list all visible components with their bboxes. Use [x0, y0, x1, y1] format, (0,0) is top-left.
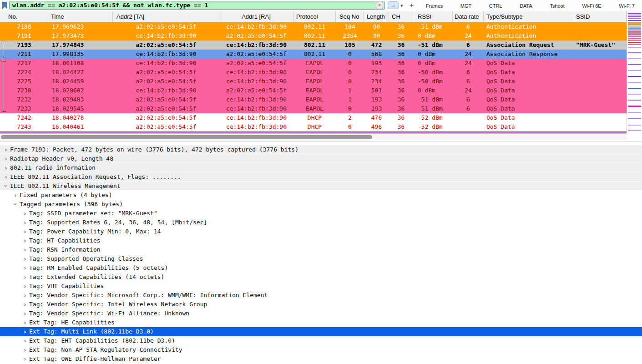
collapse-icon[interactable]: ›	[11, 201, 20, 207]
detail-row[interactable]: ›Tag: Vendor Specific: Microsoft Corp.: …	[0, 291, 642, 300]
filter-shortcut-data[interactable]: DATA	[520, 3, 532, 9]
expand-icon[interactable]: ›	[22, 300, 28, 309]
detail-row[interactable]: ›Ext Tag: Non-AP STA Regulatory Connecti…	[0, 345, 642, 354]
detail-row[interactable]: ›Tag: Power Capability Min: 0, Max: 14	[0, 227, 642, 236]
detail-row[interactable]: ›Tag: Extended Capabilities (14 octets)	[0, 273, 642, 282]
apply-filter-button[interactable]: →	[388, 1, 399, 9]
detail-row[interactable]: ›Radiotap Header v0, Length 48	[0, 154, 642, 163]
column-header-seq-no[interactable]: Seq No	[336, 11, 364, 22]
cell-time: 17.974843	[48, 40, 113, 50]
expand-icon[interactable]: ›	[22, 254, 28, 263]
packet-row-7191[interactable]: 719117.973473ce:14:b2:fb:3d:90a2:02:a5:e…	[0, 31, 627, 40]
detail-row[interactable]: ›Ext Tag: OWE Diffie-Hellman Parameter	[0, 354, 642, 364]
filter-shortcut-wi-fi-7[interactable]: Wi-Fi 7	[619, 3, 635, 9]
column-header-length[interactable]: Length	[364, 11, 389, 22]
filter-bookmark-icon[interactable]	[2, 2, 7, 9]
column-header-rssi[interactable]: RSSI	[413, 11, 453, 22]
detail-row[interactable]: ›Tag: Vendor Specific: Wi-Fi Alliance: U…	[0, 309, 642, 318]
detail-row[interactable]: ›IEEE 802.11 Association Request, Flags:…	[0, 172, 642, 182]
detail-row[interactable]: ›Tag: SSID parameter set: "MRK-Guest"	[0, 209, 642, 218]
expand-icon[interactable]: ›	[22, 227, 28, 236]
detail-row[interactable]: ›Ext Tag: HE Capabilities	[0, 318, 642, 327]
expand-icon[interactable]: ›	[3, 163, 9, 172]
filter-shortcut-ctrl[interactable]: CTRL	[489, 3, 502, 9]
detail-row[interactable]: ›IEEE 802.11 Wireless Management	[0, 182, 642, 191]
expand-icon[interactable]: ›	[22, 336, 28, 345]
expand-icon[interactable]: ›	[22, 273, 28, 282]
filter-shortcut-mgt[interactable]: MGT	[460, 3, 471, 9]
column-header-addr2-ta[interactable]: Addr2 [TA]	[113, 11, 219, 22]
filter-shortcut-tshoot[interactable]: Tshoot	[550, 3, 564, 9]
expand-icon[interactable]: ›	[3, 154, 9, 163]
expand-icon[interactable]: ›	[22, 245, 28, 254]
cell-addr2-ta: ce:14:b2:fb:3d:90	[113, 31, 219, 40]
detail-row[interactable]: ›Tag: HT Capabilities	[0, 236, 642, 245]
cell-ch: 36	[389, 113, 413, 122]
column-header-type-subtype[interactable]: Type/Subtype	[484, 11, 573, 22]
expand-icon[interactable]: ›	[22, 291, 28, 300]
detail-row[interactable]: ›Tag: Vendor Specific: Intel Wireless Ne…	[0, 300, 642, 309]
detail-row-selected[interactable]: ›Ext Tag: Multi-Link (802.11be D3.0)	[0, 327, 642, 336]
cell-data-rate: 6	[453, 77, 484, 86]
packet-row-7233[interactable]: 723318.029545a2:02:a5:e0:54:5fce:14:b2:f…	[0, 104, 627, 113]
packet-list-minimap[interactable]	[627, 11, 642, 133]
cell-seq-no: 1	[336, 95, 364, 104]
expand-icon[interactable]: ›	[22, 327, 28, 336]
clear-filter-icon[interactable]: ×	[376, 2, 383, 9]
detail-row[interactable]: ›Tag: Supported Rates 6, 24, 36, 48, 54,…	[0, 218, 642, 227]
detail-row[interactable]: ›Tagged parameters (396 bytes)	[0, 200, 642, 209]
detail-row[interactable]: ›Tag: RM Enabled Capabilities (5 octets)	[0, 263, 642, 273]
column-header-addr1-ra[interactable]: Addr1 [RA]	[219, 11, 293, 22]
detail-row[interactable]: ›Fixed parameters (4 bytes)	[0, 191, 642, 200]
expand-icon[interactable]: ›	[22, 263, 28, 273]
horizontal-scrollbar[interactable]	[0, 133, 627, 141]
expand-icon[interactable]: ›	[12, 191, 19, 200]
filter-shortcut-frames[interactable]: Frames	[426, 3, 443, 9]
detail-row[interactable]: ›Tag: VHT Capabilities	[0, 282, 642, 291]
cell-time: 18.029545	[48, 104, 113, 113]
detail-row[interactable]: ›Frame 7193: Packet, 472 bytes on wire (…	[0, 145, 642, 154]
packet-row-7193-selected[interactable]: 719317.974843a2:02:a5:e0:54:5fce:14:b2:f…	[0, 40, 627, 50]
packet-row-7242[interactable]: 724218.040278a2:02:a5:e0:54:5fce:14:b2:f…	[0, 113, 627, 122]
add-filter-button[interactable]: +	[409, 0, 414, 10]
column-header-data-rate[interactable]: Data rate	[453, 11, 484, 22]
expand-icon[interactable]: ›	[22, 282, 28, 291]
cell-no: 7191	[0, 31, 48, 40]
column-header-protocol[interactable]: Protocol	[293, 11, 336, 22]
cell-data-rate	[453, 113, 484, 122]
collapse-icon[interactable]: ›	[1, 183, 10, 189]
display-filter-input[interactable]: wlan.addr == a2:02:a5:e0:54:5f && not wl…	[9, 1, 385, 10]
column-header-no[interactable]: No.	[0, 11, 48, 22]
cell-length: 234	[364, 68, 389, 77]
packet-row-7217[interactable]: 721718.001108ce:14:b2:fb:3d:90a2:02:a5:e…	[0, 59, 627, 68]
expand-icon[interactable]: ›	[22, 236, 28, 245]
detail-row[interactable]: ›802.11 radio information	[0, 163, 642, 172]
expand-icon[interactable]: ›	[22, 209, 28, 218]
column-header-time[interactable]: Time	[48, 11, 113, 22]
packet-row-7232[interactable]: 723218.029483a2:02:a5:e0:54:5fce:14:b2:f…	[0, 95, 627, 104]
column-header-ssid[interactable]: SSID	[573, 11, 627, 22]
horizontal-scrollbar-thumb[interactable]	[1, 135, 372, 139]
detail-row[interactable]: ›Tag: Supported Operating Classes	[0, 254, 642, 263]
expand-icon[interactable]: ›	[22, 318, 28, 327]
packet-row-7211[interactable]: 721117.998135ce:14:b2:fb:3d:90a2:02:a5:e…	[0, 50, 627, 59]
minimap-segment	[628, 38, 641, 39]
filter-dropdown-icon[interactable]: ▾	[400, 2, 403, 9]
cell-data-rate: 24	[453, 50, 484, 59]
expand-icon[interactable]: ›	[22, 218, 28, 227]
packet-list-rows: 718817.969623a2:02:a5:e0:54:5fce:14:b2:f…	[0, 22, 627, 131]
packet-row-7224[interactable]: 722418.024427a2:02:a5:e0:54:5fce:14:b2:f…	[0, 68, 627, 77]
filter-shortcut-wi-fi-6e[interactable]: Wi-Fi 6E	[582, 3, 601, 9]
column-header-ch[interactable]: CH	[389, 11, 413, 22]
packet-row-7230[interactable]: 723018.028602ce:14:b2:fb:3d:90a2:02:a5:e…	[0, 86, 627, 95]
detail-row[interactable]: ›Tag: RSN Information	[0, 245, 642, 254]
expand-icon[interactable]: ›	[22, 345, 28, 354]
expand-icon[interactable]: ›	[3, 145, 9, 154]
detail-row[interactable]: ›Ext Tag: EHT Capabilities (802.11be D3.…	[0, 336, 642, 345]
expand-icon[interactable]: ›	[3, 172, 9, 182]
packet-row-7243[interactable]: 724318.040461a2:02:a5:e0:54:5fce:14:b2:f…	[0, 122, 627, 131]
packet-row-7188[interactable]: 718817.969623a2:02:a5:e0:54:5fce:14:b2:f…	[0, 22, 627, 31]
expand-icon[interactable]: ›	[22, 309, 28, 318]
expand-icon[interactable]: ›	[22, 354, 28, 364]
packet-row-7225[interactable]: 722518.024459a2:02:a5:e0:54:5fce:14:b2:f…	[0, 77, 627, 86]
